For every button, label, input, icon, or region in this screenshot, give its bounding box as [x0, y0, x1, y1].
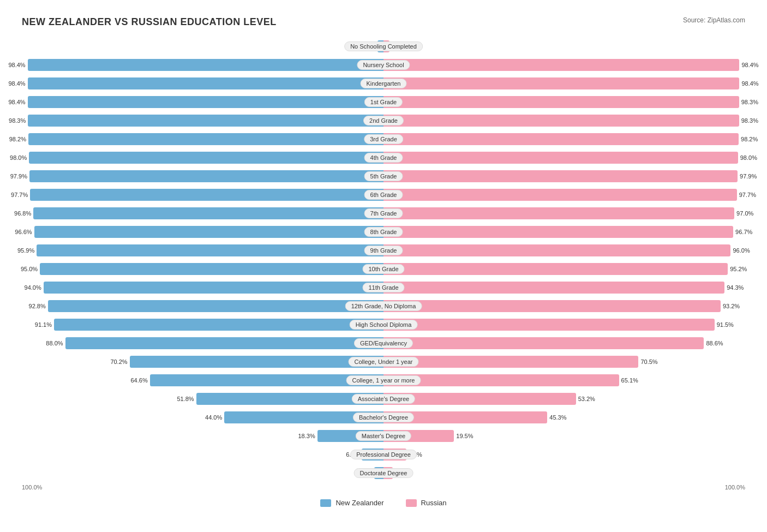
right-section: 98.3%: [384, 94, 745, 110]
left-section: 97.9%: [22, 169, 384, 184]
bar-left: 92.8%: [48, 300, 384, 312]
left-section: 97.7%: [22, 187, 384, 202]
legend-label-right: Russian: [421, 499, 447, 507]
bar-row: 88.0% GED/Equivalency 88.6%: [22, 336, 745, 351]
bar-label: 3rd Grade: [364, 134, 403, 144]
bar-row: 95.0% 10th Grade 95.2%: [22, 261, 745, 277]
val-right: 96.7%: [733, 229, 752, 235]
bar-label: 8th Grade: [364, 227, 403, 237]
bar-right: 93.2%: [384, 300, 721, 312]
bar-right: 96.0%: [384, 244, 730, 256]
val-right: 70.5%: [638, 358, 657, 365]
val-right: 97.0%: [734, 210, 753, 217]
bar-row: 1.7% No Schooling Completed 1.7%: [22, 39, 745, 54]
bar-label: Master's Degree: [356, 431, 411, 441]
val-left: 92.8%: [29, 303, 48, 309]
right-section: 98.0%: [384, 150, 745, 165]
bar-row: 98.2% 3rd Grade 98.2%: [22, 131, 745, 147]
val-right: 53.2%: [576, 396, 595, 402]
val-left: 44.0%: [205, 414, 224, 421]
bar-row: 97.7% 6th Grade 97.7%: [22, 187, 745, 202]
bar-row: 95.9% 9th Grade 96.0%: [22, 243, 745, 258]
left-section: 98.4%: [22, 76, 384, 91]
legend-item-right: Russian: [406, 499, 447, 507]
bar-label: 7th Grade: [364, 208, 403, 218]
bar-row: 98.4% Nursery School 98.4%: [22, 57, 745, 73]
right-section: 2.6%: [384, 465, 745, 481]
bar-right: 94.3%: [384, 282, 724, 294]
bar-row: 44.0% Bachelor's Degree 45.3%: [22, 410, 745, 425]
left-section: 98.4%: [22, 94, 384, 110]
left-section: 96.8%: [22, 206, 384, 221]
left-section: 94.0%: [22, 280, 384, 295]
bar-row: 98.3% 2nd Grade 98.3%: [22, 113, 745, 128]
legend-item-left: New Zealander: [320, 499, 384, 507]
val-right: 98.3%: [739, 117, 758, 124]
bar-right: 98.2%: [384, 133, 739, 145]
bar-label: 12th Grade, No Diploma: [345, 301, 422, 311]
val-left: 98.4%: [8, 99, 27, 105]
val-left: 97.9%: [10, 173, 29, 180]
bar-row: 70.2% College, Under 1 year 70.5%: [22, 354, 745, 369]
bar-row: 96.8% 7th Grade 97.0%: [22, 206, 745, 221]
val-right: 93.2%: [721, 303, 740, 309]
bar-label: High School Diploma: [350, 320, 418, 330]
left-section: 51.8%: [22, 391, 384, 407]
bar-label: 2nd Grade: [363, 116, 404, 125]
val-left: 70.2%: [110, 358, 129, 365]
val-left: 98.3%: [9, 117, 28, 124]
bar-right: 91.5%: [384, 319, 715, 331]
bar-row: 18.3% Master's Degree 19.5%: [22, 428, 745, 444]
bar-row: 98.4% 1st Grade 98.3%: [22, 94, 745, 110]
val-left: 94.0%: [25, 284, 44, 291]
bar-label: Bachelor's Degree: [353, 413, 414, 422]
right-section: 98.4%: [384, 76, 745, 91]
bar-row: 6.0% Professional Degree 6.3%: [22, 447, 745, 462]
bar-left: 91.1%: [54, 319, 384, 331]
val-left: 18.3%: [298, 433, 317, 439]
left-section: 18.3%: [22, 428, 384, 444]
bar-row: 96.6% 8th Grade 96.7%: [22, 224, 745, 240]
val-left: 96.6%: [15, 229, 34, 235]
right-section: 93.2%: [384, 298, 745, 314]
left-section: 2.5%: [22, 465, 384, 481]
val-right: 98.2%: [739, 136, 758, 142]
val-right: 65.1%: [619, 377, 638, 384]
bar-left: 98.3%: [28, 115, 384, 127]
val-right: 98.4%: [739, 62, 758, 68]
bar-label: Kindergarten: [361, 79, 407, 88]
bar-left: 95.9%: [37, 244, 384, 256]
bar-left: 98.4%: [28, 59, 384, 71]
bar-right: 96.7%: [384, 226, 733, 238]
bar-right: 98.0%: [384, 152, 738, 164]
right-section: 88.6%: [384, 336, 745, 351]
legend-label-left: New Zealander: [335, 499, 384, 507]
left-section: 44.0%: [22, 410, 384, 425]
bar-row: 51.8% Associate's Degree 53.2%: [22, 391, 745, 407]
left-section: 96.6%: [22, 224, 384, 240]
bar-label: 9th Grade: [364, 246, 403, 255]
val-left: 88.0%: [46, 340, 65, 346]
val-left: 64.6%: [131, 377, 150, 384]
bar-left: 70.2%: [130, 356, 384, 368]
val-left: 98.4%: [8, 80, 27, 87]
left-section: 98.2%: [22, 131, 384, 147]
right-section: 98.2%: [384, 131, 745, 147]
bar-row: 98.0% 4th Grade 98.0%: [22, 150, 745, 165]
val-right: 98.0%: [738, 154, 757, 161]
bar-right: 97.7%: [384, 189, 737, 201]
val-left: 95.9%: [17, 247, 37, 254]
val-right: 96.0%: [730, 247, 750, 254]
legend-color-right: [406, 499, 417, 507]
bar-left: 88.0%: [65, 337, 384, 349]
bar-right: 88.6%: [384, 337, 704, 349]
right-section: 6.3%: [384, 447, 745, 462]
left-section: 92.8%: [22, 298, 384, 314]
chart-title: NEW ZEALANDER VS RUSSIAN EDUCATION LEVEL: [22, 16, 745, 28]
bar-right: 97.0%: [384, 207, 734, 219]
bar-right: 97.9%: [384, 170, 738, 182]
bar-right: 95.2%: [384, 263, 728, 275]
bar-left: 96.8%: [33, 207, 384, 219]
bar-label: 1st Grade: [364, 97, 403, 107]
bar-row: 91.1% High School Diploma 91.5%: [22, 317, 745, 332]
